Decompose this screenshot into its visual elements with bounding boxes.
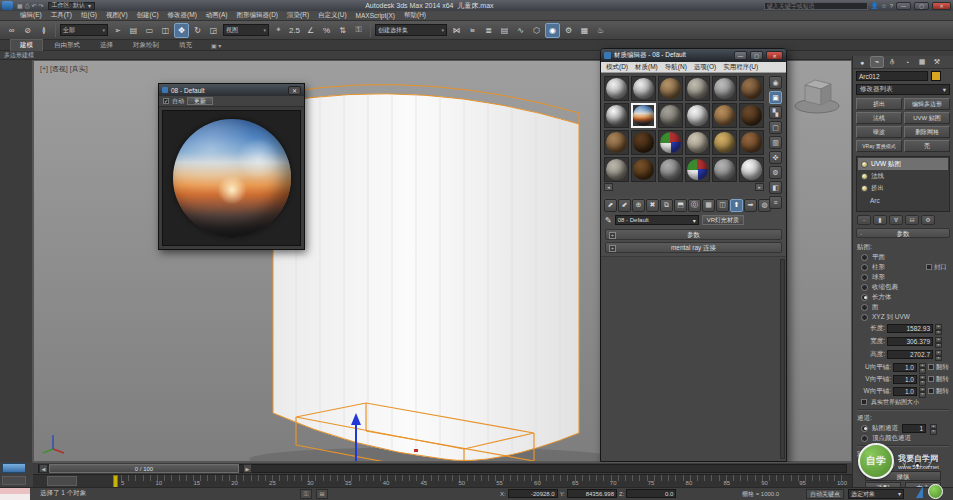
material-sample-slot[interactable]: [604, 130, 629, 155]
ribbon-tab-modeling[interactable]: 建模: [10, 39, 43, 51]
radio-xyz-to-uvw[interactable]: XYZ 到 UVW: [857, 312, 949, 322]
material-type-button[interactable]: VR灯光材质: [702, 215, 744, 225]
menu-help[interactable]: 帮助(H): [404, 11, 426, 20]
radio-spherical[interactable]: 球形: [857, 272, 949, 282]
material-map-navigator-icon[interactable]: ≡: [769, 196, 782, 209]
radio-icon[interactable]: [861, 254, 868, 261]
curve-editor-icon[interactable]: ∿: [513, 23, 528, 38]
radio-icon[interactable]: [861, 284, 868, 291]
menu-modes[interactable]: 模式(D): [606, 63, 628, 72]
select-object-icon[interactable]: ➢: [110, 23, 125, 38]
material-sample-slot[interactable]: [712, 130, 737, 155]
modifier-bulb-icon[interactable]: [861, 185, 868, 192]
edit-poly-button[interactable]: 编辑多边形: [904, 98, 950, 110]
ribbon-tab-freeform[interactable]: 自由形式: [45, 40, 89, 51]
create-tab-icon[interactable]: ●: [855, 56, 869, 68]
material-sample-sky-active[interactable]: [631, 103, 656, 128]
select-by-material-icon[interactable]: ◧: [769, 181, 782, 194]
render-setup-icon[interactable]: ⚙: [561, 23, 576, 38]
selection-filter-dropdown[interactable]: 全部▾: [60, 24, 108, 36]
material-sample-slot[interactable]: [658, 157, 683, 182]
material-editor-title-bar[interactable]: 材质编辑器 - 08 - Default — ▢ ✕: [601, 49, 786, 62]
x-coord-field[interactable]: -20928.0: [508, 489, 558, 498]
new-icon[interactable]: ▦: [17, 3, 23, 9]
pick-from-object-icon[interactable]: ✎: [605, 216, 612, 225]
uvw-map-button[interactable]: UVW 贴图: [904, 112, 950, 124]
radio-face[interactable]: 面: [857, 302, 949, 312]
bind-to-spacewarp-icon[interactable]: ≬: [36, 23, 51, 38]
go-forward-sibling-icon[interactable]: ➡: [744, 199, 757, 212]
shell-button[interactable]: 壳: [904, 140, 950, 152]
delete-mesh-button[interactable]: 删除网格: [904, 126, 950, 138]
spinner-control[interactable]: ▴▾: [919, 375, 926, 384]
vertical-scrollbar[interactable]: [780, 259, 785, 459]
radio-icon[interactable]: [861, 314, 868, 321]
menu-edit[interactable]: 编辑(E): [20, 11, 42, 20]
radio-cylindrical[interactable]: 柱形 封口: [857, 262, 949, 272]
auto-update-checkbox[interactable]: ✓: [163, 98, 169, 104]
go-to-parent-icon[interactable]: ⬆: [730, 199, 743, 212]
v-flip-checkbox[interactable]: [928, 376, 934, 382]
reset-map-icon[interactable]: ✖: [646, 199, 659, 212]
absolute-mode-icon[interactable]: ⊞: [316, 489, 328, 499]
u-flip-checkbox[interactable]: [928, 364, 934, 370]
configure-modifier-sets-icon[interactable]: ⚙: [921, 215, 935, 225]
video-color-check-icon[interactable]: ▥: [769, 136, 782, 149]
viewport-label[interactable]: [+] [透视] [真实]: [40, 64, 88, 74]
options-icon[interactable]: ⚙: [769, 166, 782, 179]
stack-item-arc[interactable]: Arc: [858, 194, 948, 206]
menu-options[interactable]: 选项(O): [694, 63, 716, 72]
select-and-link-icon[interactable]: ∞: [4, 23, 19, 38]
help-icon[interactable]: ?: [890, 3, 893, 9]
vertex-channel-radio[interactable]: [861, 435, 868, 442]
workspace-selector[interactable]: 工作区: 默认▾: [48, 2, 95, 10]
scroll-left-icon[interactable]: ◂: [604, 183, 613, 191]
angle-snap-icon[interactable]: ∠: [303, 23, 318, 38]
trackbar-mode-button[interactable]: [2, 476, 26, 485]
select-by-name-icon[interactable]: ▤: [126, 23, 141, 38]
radio-icon[interactable]: [861, 294, 868, 301]
select-and-rotate-icon[interactable]: ↻: [190, 23, 205, 38]
material-editor-icon[interactable]: ◉: [545, 23, 560, 38]
render-production-icon[interactable]: ♨: [593, 23, 608, 38]
get-material-icon[interactable]: ⬈: [604, 199, 617, 212]
height-field[interactable]: 2702.7: [887, 350, 933, 359]
menu-views[interactable]: 视图(V): [106, 11, 128, 20]
menu-navigation[interactable]: 导航(N): [665, 63, 687, 72]
selected-object-dropdown[interactable]: 选定对象▾: [848, 489, 904, 499]
ribbon-tab-populate[interactable]: 填充: [170, 40, 201, 51]
auto-key-button[interactable]: 自动关键点: [806, 489, 844, 499]
listener-strip[interactable]: [0, 494, 30, 500]
viewcube[interactable]: [791, 67, 843, 117]
stack-item-extrude[interactable]: 挤出: [858, 182, 948, 194]
menu-maxscript[interactable]: MAXScript(X): [356, 12, 395, 19]
realworld-checkbox[interactable]: [861, 399, 867, 405]
radio-box[interactable]: 长方体: [857, 292, 949, 302]
vray-displacement-button[interactable]: VRay 置换模式: [856, 140, 902, 152]
radio-planar[interactable]: 平面: [857, 252, 949, 262]
material-editor-minimize-button[interactable]: —: [734, 51, 747, 60]
material-editor-maximize-button[interactable]: ▢: [750, 51, 763, 60]
material-sample-slot[interactable]: [739, 157, 764, 182]
close-button[interactable]: ✕: [932, 2, 951, 10]
z-coord-field[interactable]: 0.0: [626, 489, 676, 498]
sample-scrollbar[interactable]: ◂▸: [604, 183, 764, 191]
prev-frame-icon[interactable]: ◀: [39, 464, 48, 473]
put-to-scene-icon[interactable]: ⬋: [618, 199, 631, 212]
show-end-result-stack-icon[interactable]: ▮: [873, 215, 887, 225]
make-copy-icon[interactable]: ⧉: [660, 199, 673, 212]
material-sample-slot[interactable]: [712, 103, 737, 128]
radio-icon[interactable]: [861, 274, 868, 281]
utilities-tab-icon[interactable]: ⚒: [930, 56, 944, 68]
keyboard-shortcut-override-icon[interactable]: ⚿: [351, 23, 366, 38]
minimize-button[interactable]: —: [896, 2, 911, 10]
material-sample-slot[interactable]: [658, 103, 683, 128]
material-sample-slot[interactable]: [658, 76, 683, 101]
material-id-channel-icon[interactable]: ⓪: [688, 199, 701, 212]
pin-stack-icon[interactable]: -: [857, 215, 871, 225]
help-search-input[interactable]: [764, 2, 868, 10]
preview-close-icon[interactable]: ✕: [288, 86, 301, 95]
preview-title-bar[interactable]: 08 - Default ✕: [159, 84, 304, 96]
menu-group[interactable]: 组(G): [81, 11, 97, 20]
show-end-result-icon[interactable]: ◫: [716, 199, 729, 212]
